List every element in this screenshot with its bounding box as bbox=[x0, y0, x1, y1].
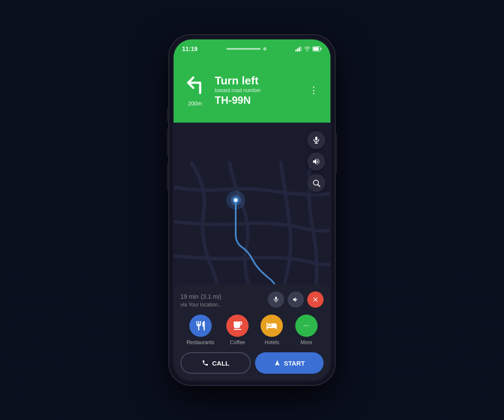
call-icon bbox=[202, 360, 209, 366]
turn-direction: Turn left bbox=[215, 75, 299, 87]
more-label: More bbox=[300, 339, 312, 345]
turn-road: TH-99N bbox=[215, 94, 299, 106]
turn-arrow-container: 200m bbox=[182, 75, 208, 105]
map-controls bbox=[307, 131, 325, 192]
coffee-label: Coffee bbox=[230, 339, 245, 345]
mic-control-button[interactable] bbox=[307, 131, 325, 149]
turn-info: Turn left toward road number TH-99N bbox=[215, 75, 299, 107]
status-icons bbox=[295, 46, 322, 51]
nav-header: 200m Turn left toward road number TH-99N… bbox=[174, 58, 330, 123]
duration-value: 19 min bbox=[180, 293, 198, 300]
category-more[interactable]: ··· More bbox=[295, 315, 318, 345]
status-bar: 11:19 bbox=[174, 39, 330, 58]
restaurants-label: Restaurants bbox=[186, 339, 214, 345]
status-time: 11:19 bbox=[182, 45, 198, 52]
trip-controls bbox=[268, 291, 324, 308]
trip-time: 19 min (3.1 mi) via Your location... bbox=[180, 291, 263, 308]
category-hotels[interactable]: Hotels bbox=[261, 315, 283, 345]
trip-volume-button[interactable] bbox=[288, 291, 304, 308]
start-label: START bbox=[284, 360, 305, 367]
notch-bar bbox=[226, 48, 261, 50]
svg-rect-7 bbox=[299, 47, 300, 51]
svg-rect-10 bbox=[313, 47, 319, 51]
power-button[interactable] bbox=[336, 133, 337, 174]
category-restaurants[interactable]: Restaurants bbox=[186, 315, 214, 345]
wifi-icon bbox=[304, 46, 311, 51]
phone-screen: 11:19 bbox=[174, 39, 330, 381]
call-label: CALL bbox=[212, 360, 229, 367]
call-button[interactable]: CALL bbox=[180, 352, 251, 374]
distance-value: (3.1 mi) bbox=[201, 293, 221, 300]
search-control-button[interactable] bbox=[307, 174, 325, 192]
trip-info: 19 min (3.1 mi) via Your location... bbox=[180, 291, 324, 308]
svg-rect-5 bbox=[295, 50, 297, 51]
svg-rect-21 bbox=[275, 297, 277, 300]
coffee-icon bbox=[226, 315, 249, 337]
turn-toward: toward road number bbox=[215, 87, 299, 93]
volume-control-button[interactable] bbox=[307, 153, 325, 171]
svg-rect-6 bbox=[297, 48, 298, 51]
svg-point-14 bbox=[234, 198, 237, 202]
battery-icon bbox=[312, 46, 322, 51]
notch bbox=[221, 47, 272, 51]
category-coffee[interactable]: Coffee bbox=[226, 315, 249, 345]
turn-distance: 200m bbox=[188, 100, 202, 107]
trip-duration: 19 min (3.1 mi) bbox=[180, 291, 263, 301]
start-icon bbox=[274, 360, 281, 366]
action-buttons: CALL START bbox=[180, 352, 324, 374]
bottom-panel: 19 min (3.1 mi) via Your location... bbox=[174, 284, 330, 381]
restaurants-icon bbox=[189, 315, 212, 337]
nav-more-button[interactable]: ⋮ bbox=[306, 82, 322, 99]
turn-left-icon bbox=[185, 74, 205, 99]
trip-via: via Your location... bbox=[180, 302, 263, 308]
categories-row: Restaurants Coffee bbox=[180, 315, 324, 345]
trip-close-button[interactable] bbox=[307, 291, 324, 308]
svg-rect-8 bbox=[300, 46, 302, 51]
notch-dot bbox=[263, 47, 267, 51]
hotels-icon bbox=[261, 315, 283, 337]
hotels-label: Hotels bbox=[264, 339, 279, 345]
signal-icon bbox=[295, 46, 302, 51]
start-button[interactable]: START bbox=[255, 352, 324, 374]
trip-mic-button[interactable] bbox=[268, 291, 284, 308]
svg-rect-16 bbox=[315, 137, 318, 141]
more-icon: ··· bbox=[295, 315, 318, 337]
svg-line-20 bbox=[318, 184, 320, 186]
phone-frame: 11:19 bbox=[168, 34, 336, 386]
